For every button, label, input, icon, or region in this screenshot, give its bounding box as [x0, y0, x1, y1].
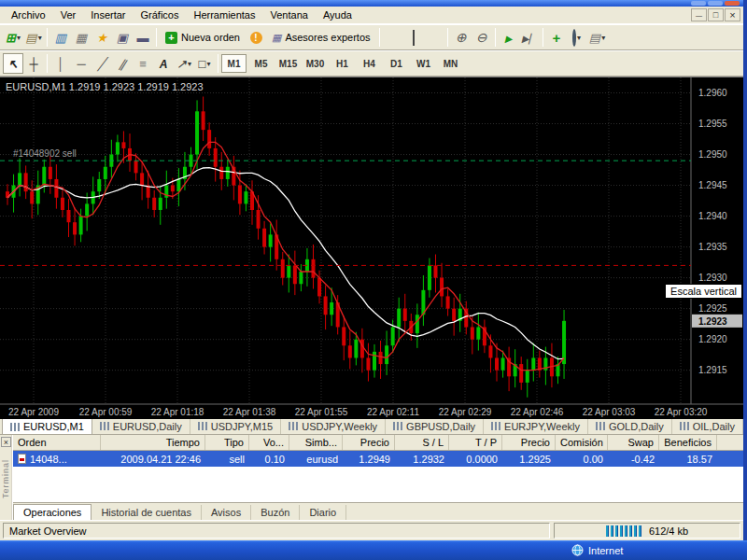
- horizontal-line-button[interactable]: [71, 53, 92, 74]
- column-header-precio[interactable]: Precio: [502, 435, 556, 450]
- expert-advisors-button[interactable]: Asesores expertos: [266, 27, 376, 48]
- column-header-tipo[interactable]: Tipo: [205, 435, 249, 450]
- menu-ayuda[interactable]: Ayuda: [316, 7, 359, 22]
- timeframe-w1[interactable]: W1: [411, 54, 436, 73]
- trendline-button[interactable]: [92, 53, 112, 74]
- mini-chart-icon: [596, 422, 605, 430]
- connection-panel: 612/4 kb: [554, 523, 740, 539]
- timeframe-mn[interactable]: MN: [438, 54, 463, 73]
- vertical-line-button[interactable]: [50, 53, 71, 74]
- orders-table-body: 14048...2009.04.21 22:46sell0.10eurusd1.…: [13, 451, 743, 467]
- cursor-tool-button[interactable]: [3, 53, 23, 74]
- chart-tab-gbpusd-daily[interactable]: GBPUSD,Daily: [386, 418, 484, 434]
- terminal-tab-avisos[interactable]: Avisos: [202, 505, 251, 520]
- text-tool-button[interactable]: [153, 53, 174, 74]
- terminal-tab-buz-n[interactable]: Buzón: [251, 505, 300, 520]
- column-header-comisi-n[interactable]: Comisión: [556, 435, 608, 450]
- mini-chart-icon: [491, 422, 500, 430]
- chart-tab-oil-daily[interactable]: OIL,Daily: [672, 418, 743, 434]
- price-chart[interactable]: 22 Apr 200922 Apr 00:5922 Apr 01:1822 Ap…: [0, 77, 743, 419]
- metaeditor-button[interactable]: [246, 27, 266, 48]
- order-row[interactable]: 14048...2009.04.21 22:46sell0.10eurusd1.…: [13, 451, 743, 467]
- new-chart-button[interactable]: [3, 27, 23, 48]
- auto-scroll-button[interactable]: [499, 27, 519, 48]
- market-watch-button[interactable]: [50, 27, 71, 48]
- arrows-tool-button[interactable]: [174, 53, 194, 74]
- menu-ventana[interactable]: Ventana: [263, 7, 316, 22]
- channel-button[interactable]: [112, 53, 133, 74]
- timeframe-h4[interactable]: H4: [357, 54, 382, 73]
- terminal-tab-diario[interactable]: Diario: [300, 505, 346, 520]
- profiles-button[interactable]: [23, 27, 44, 48]
- chart-tab-label: EURUSD,M1: [23, 421, 84, 432]
- terminal-button[interactable]: [133, 27, 153, 48]
- chart-tab-usdjpy-weekly[interactable]: USDJPY,Weekly: [281, 418, 386, 434]
- periods-button[interactable]: [567, 27, 587, 48]
- chart-tab-usdjpy-m15[interactable]: USDJPY,M15: [190, 418, 281, 434]
- column-header-s-l[interactable]: S / L: [395, 435, 449, 450]
- column-header-tiempo[interactable]: Tiempo: [101, 435, 205, 450]
- column-header-swap[interactable]: Swap: [608, 435, 659, 450]
- candlestick-chart-button[interactable]: [403, 27, 424, 48]
- terminal-close-button[interactable]: [1, 437, 11, 447]
- indicators-button[interactable]: [546, 27, 567, 48]
- zoom-in-button[interactable]: [451, 27, 472, 48]
- window-titlebar[interactable]: [0, 0, 743, 7]
- menu-herramientas[interactable]: Herramientas: [186, 7, 262, 22]
- column-header-beneficios[interactable]: Beneficios: [659, 435, 717, 450]
- chart-tab-eurjpy-weekly[interactable]: EURJPY,Weekly: [484, 418, 588, 434]
- terminal-tab-bar: OperacionesHistorial de cuentasAvisosBuz…: [13, 502, 743, 520]
- fibonacci-button[interactable]: [133, 53, 153, 74]
- order-cell: -0.42: [608, 454, 659, 465]
- timeframe-m1[interactable]: M1: [221, 54, 247, 73]
- menu-gr-ficos[interactable]: Gráficos: [134, 7, 187, 22]
- timeframe-m5[interactable]: M5: [248, 54, 274, 73]
- terminal-tab-operaciones[interactable]: Operaciones: [13, 504, 92, 520]
- chart-tab-eurusd-daily[interactable]: EURUSD,Daily: [92, 418, 190, 434]
- minimize-icon[interactable]: [691, 1, 706, 6]
- order-cell: 0.10: [249, 454, 289, 465]
- menu-archivo[interactable]: Archivo: [4, 7, 53, 22]
- terminal-tab-historial-de-cuentas[interactable]: Historial de cuentas: [92, 505, 202, 520]
- column-header-simb[interactable]: Simb...: [289, 435, 343, 450]
- new-order-button[interactable]: Nueva orden: [160, 27, 246, 48]
- shapes-tool-button[interactable]: [194, 53, 215, 74]
- mdi-restore-icon[interactable]: [708, 8, 724, 21]
- templates-button[interactable]: [587, 27, 608, 48]
- chart-tab-gold-daily[interactable]: GOLD,Daily: [588, 418, 672, 434]
- chart-tab-eurusd-m1[interactable]: EURUSD,M1: [2, 418, 92, 434]
- timeframe-d1[interactable]: D1: [384, 54, 409, 73]
- bar-chart-button[interactable]: [383, 27, 403, 48]
- crosshair-tool-button[interactable]: [23, 53, 44, 74]
- column-header-vo[interactable]: Vo...: [249, 435, 289, 450]
- navigator-button[interactable]: [112, 27, 133, 48]
- price-scale-label: 1.2935: [698, 242, 727, 252]
- mdi-minimize-icon[interactable]: [691, 8, 707, 21]
- menu-ver[interactable]: Ver: [53, 7, 84, 22]
- taskbar-item-internet[interactable]: Internet: [566, 540, 628, 560]
- column-header-precio[interactable]: Precio: [343, 435, 395, 450]
- chart-tab-label: GOLD,Daily: [609, 421, 664, 432]
- separator: [447, 28, 448, 47]
- new-order-icon: [165, 32, 177, 44]
- menu-bar: ArchivoVerInsertarGráficosHerramientasVe…: [0, 7, 743, 24]
- toolbar-line-studies: M1M5M15M30H1H4D1W1MN: [0, 50, 743, 77]
- restore-icon[interactable]: [708, 1, 723, 6]
- data-window-button[interactable]: [71, 27, 92, 48]
- column-header-t-p[interactable]: T / P: [449, 435, 502, 450]
- order-cell: 0.00: [556, 454, 608, 465]
- status-bar: Market Overview 612/4 kb: [0, 520, 743, 540]
- favorites-button[interactable]: [92, 27, 112, 48]
- menu-insertar[interactable]: Insertar: [83, 7, 133, 22]
- mdi-close-icon[interactable]: [725, 8, 740, 21]
- timeframe-m15[interactable]: M15: [275, 54, 301, 73]
- column-header-orden[interactable]: Orden: [13, 435, 101, 450]
- timeframe-m30[interactable]: M30: [303, 54, 328, 73]
- line-chart-button[interactable]: [424, 27, 444, 48]
- zoom-out-button[interactable]: [472, 27, 492, 48]
- order-cell: 1.2925: [502, 454, 556, 465]
- timeframe-h1[interactable]: H1: [330, 54, 355, 73]
- close-icon[interactable]: [725, 1, 740, 6]
- chart-shift-button[interactable]: [519, 27, 540, 48]
- time-scale-label: 22 Apr 01:55: [295, 407, 348, 417]
